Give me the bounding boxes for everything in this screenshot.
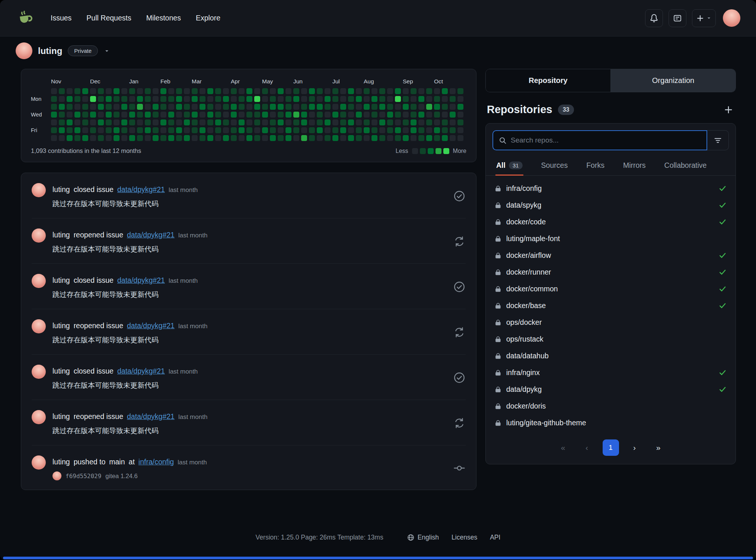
feed-target-link[interactable]: data/dpykg#21 bbox=[127, 321, 175, 330]
repo-filter-tab[interactable]: Sources bbox=[540, 155, 569, 176]
gitea-logo-icon[interactable] bbox=[16, 9, 35, 28]
feed-target-link[interactable]: data/dpykg#21 bbox=[127, 412, 175, 421]
feed-target-link[interactable]: data/dpykg#21 bbox=[117, 185, 165, 194]
contribution-cell bbox=[223, 104, 229, 110]
feed-target-link[interactable]: data/dpykg#21 bbox=[127, 231, 175, 239]
feed-avatar[interactable] bbox=[32, 183, 46, 197]
contribution-cell bbox=[207, 119, 213, 125]
contribution-cell bbox=[457, 96, 463, 102]
feed-username[interactable]: luting bbox=[52, 185, 70, 194]
contribution-cell bbox=[379, 119, 385, 125]
scope-tab[interactable]: Organization bbox=[610, 69, 736, 92]
footer-link[interactable]: English bbox=[407, 534, 439, 541]
feed-username[interactable]: luting bbox=[52, 458, 70, 466]
contribution-cell bbox=[160, 104, 166, 110]
feed-item: luting reopened issue data/dpykg#21 last… bbox=[32, 400, 466, 445]
repo-filter-button[interactable] bbox=[707, 130, 729, 150]
footer-link[interactable]: API bbox=[490, 534, 500, 541]
feed-target-link[interactable]: data/dpykg#21 bbox=[117, 276, 165, 285]
page-button[interactable]: » bbox=[650, 439, 667, 456]
contribution-cell bbox=[51, 104, 57, 110]
contribution-cell bbox=[411, 135, 417, 141]
feed-issue-text: 跳过存在版本可能导致未更新代码 bbox=[52, 244, 443, 254]
repo-list-item[interactable]: docker/runner bbox=[486, 264, 736, 281]
profile-dropdown-button[interactable] bbox=[104, 48, 109, 54]
feed-username[interactable]: luting bbox=[52, 412, 70, 421]
commit-hash-link[interactable]: f69d552029 bbox=[66, 473, 101, 480]
filter-icon bbox=[714, 137, 722, 144]
feed-username[interactable]: luting bbox=[52, 367, 70, 375]
nav-link[interactable]: Pull Requests bbox=[80, 10, 137, 26]
contribution-cell bbox=[434, 119, 440, 125]
contribution-cell bbox=[278, 88, 284, 94]
contribution-cell bbox=[215, 127, 221, 133]
legend-less-label: Less bbox=[396, 148, 408, 154]
repo-list-item[interactable]: luting/gitea-github-theme bbox=[486, 415, 736, 431]
nav-link[interactable]: Issues bbox=[45, 10, 77, 26]
repo-filter-tab[interactable]: Forks bbox=[586, 155, 605, 176]
contribution-cell bbox=[262, 127, 268, 133]
feed-avatar[interactable] bbox=[32, 455, 46, 470]
nav-link[interactable]: Milestones bbox=[140, 10, 187, 26]
feed-avatar[interactable] bbox=[32, 365, 46, 379]
repo-search-input[interactable] bbox=[511, 136, 701, 144]
contribution-cell bbox=[254, 104, 260, 110]
feed-issue-text: 跳过存在版本可能导致未更新代码 bbox=[52, 335, 443, 345]
heatmap-month-labels: NovDecJanFebMarAprMayJunJulAugSepOct bbox=[51, 78, 466, 85]
page-button[interactable]: › bbox=[626, 439, 643, 456]
feed-avatar[interactable] bbox=[32, 319, 46, 333]
repo-filter-tab[interactable]: Collaborative bbox=[664, 155, 708, 176]
repo-list-item[interactable]: docker/airflow bbox=[486, 247, 736, 264]
profile-username[interactable]: luting bbox=[38, 46, 62, 56]
repo-list-item[interactable]: docker/doris bbox=[486, 398, 736, 415]
contribution-cell bbox=[356, 127, 362, 133]
feed-target-link[interactable]: data/dpykg#21 bbox=[117, 367, 165, 375]
contribution-cell bbox=[168, 96, 174, 102]
repo-list-item[interactable]: docker/base bbox=[486, 297, 736, 314]
repo-list-item[interactable]: docker/code bbox=[486, 214, 736, 230]
dashboard-panel-button[interactable] bbox=[669, 9, 686, 27]
contribution-cell bbox=[356, 119, 362, 125]
feed-title: luting reopened issue data/dpykg#21 last… bbox=[52, 319, 443, 330]
page-button[interactable]: 1 bbox=[603, 439, 619, 456]
repo-list-item[interactable]: infra/config bbox=[486, 180, 736, 197]
notifications-button[interactable] bbox=[645, 9, 663, 27]
repo-list-item[interactable]: infra/nginx bbox=[486, 364, 736, 381]
issue-closed-icon bbox=[453, 281, 466, 293]
footer-link[interactable]: Licenses bbox=[452, 534, 477, 541]
repo-list-item[interactable]: data/datahub bbox=[486, 348, 736, 364]
repo-list-item[interactable]: ops/rustack bbox=[486, 331, 736, 348]
feed-target-link[interactable]: infra/config bbox=[138, 458, 174, 466]
new-repo-button[interactable] bbox=[722, 104, 734, 116]
nav-link[interactable]: Explore bbox=[190, 10, 226, 26]
page-button[interactable]: ‹ bbox=[579, 439, 595, 456]
create-new-button[interactable] bbox=[692, 9, 716, 27]
page-button[interactable]: « bbox=[555, 439, 571, 456]
feed-username[interactable]: luting bbox=[52, 231, 70, 239]
profile-avatar[interactable] bbox=[16, 42, 32, 59]
contribution-cell bbox=[90, 135, 96, 141]
feed-avatar[interactable] bbox=[32, 228, 46, 243]
repo-list-item[interactable]: data/dpykg bbox=[486, 381, 736, 398]
repo-list-item[interactable]: data/spykg bbox=[486, 197, 736, 214]
contribution-cell bbox=[364, 88, 370, 94]
repo-list-item[interactable]: ops/docker bbox=[486, 314, 736, 331]
contribution-cell bbox=[168, 104, 174, 110]
repo-filter-tab[interactable]: Mirrors bbox=[622, 155, 647, 176]
feed-avatar[interactable] bbox=[32, 410, 46, 424]
feed-avatar[interactable] bbox=[32, 274, 46, 288]
issue-reopened-icon bbox=[453, 326, 466, 339]
contribution-cell bbox=[450, 104, 456, 110]
contribution-cell bbox=[231, 104, 237, 110]
feed-username[interactable]: luting bbox=[52, 276, 70, 285]
check-icon bbox=[719, 201, 727, 209]
feed-item: luting reopened issue data/dpykg#21 last… bbox=[32, 309, 466, 355]
repo-list-item[interactable]: luting/maple-font bbox=[486, 230, 736, 247]
user-avatar[interactable] bbox=[723, 9, 740, 27]
repo-filter-tab[interactable]: All 31 bbox=[495, 155, 523, 176]
scope-tab[interactable]: Repository bbox=[486, 69, 610, 92]
feed-branch[interactable]: main bbox=[109, 458, 125, 466]
repo-list-item[interactable]: docker/common bbox=[486, 281, 736, 297]
plus-icon bbox=[724, 105, 733, 114]
feed-username[interactable]: luting bbox=[52, 321, 70, 330]
